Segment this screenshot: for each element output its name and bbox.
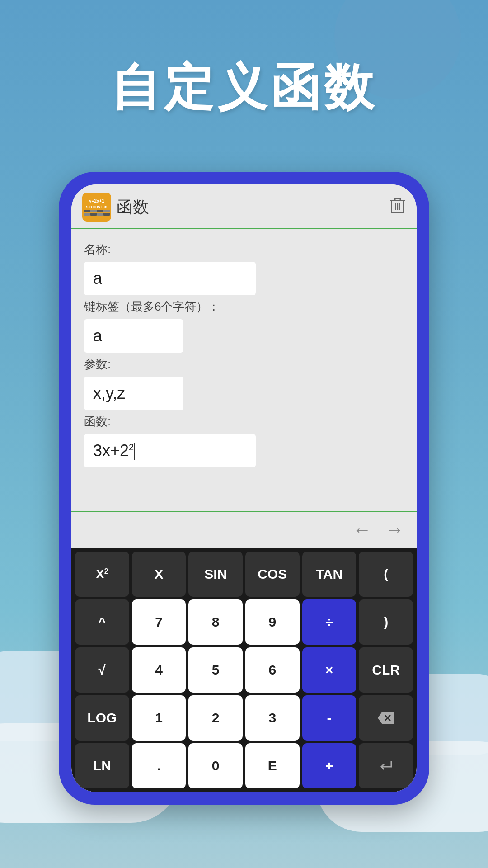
key-clr[interactable]: CLR (359, 647, 413, 693)
key-x[interactable]: X (132, 552, 186, 597)
key-e[interactable]: E (245, 743, 300, 788)
key-cos-label: COS (258, 566, 287, 582)
function-input[interactable]: 3x+22 (84, 434, 256, 467)
app-header: y=2x+1 sin cos tan 函数 (71, 184, 417, 229)
app-icon: y=2x+1 sin cos tan (82, 193, 111, 222)
params-label: 参数: (84, 356, 404, 372)
key--[interactable]: - (302, 695, 357, 741)
key-1[interactable]: 1 (132, 695, 186, 741)
key-4-label: 4 (155, 662, 163, 678)
key-+-label: + (325, 758, 333, 774)
key-ln-label: LN (93, 758, 111, 774)
key-enter[interactable] (359, 743, 413, 788)
key-tan-label: TAN (316, 566, 343, 582)
text-cursor (134, 443, 135, 460)
app-icon-grid (84, 210, 110, 216)
key---label: - (327, 710, 331, 726)
key-label: 键标签（最多6个字符）： (84, 299, 404, 315)
key-x-[interactable]: X2 (75, 552, 129, 597)
key--[interactable]: × (302, 647, 357, 693)
name-input[interactable]: a (84, 262, 256, 295)
key-2[interactable]: 2 (188, 695, 243, 741)
key--[interactable]: . (132, 743, 186, 788)
key--[interactable]: ) (359, 599, 413, 645)
key-5-label: 5 (212, 662, 220, 678)
key-.-label: . (157, 758, 160, 774)
key-log[interactable]: LOG (75, 695, 129, 741)
key-cos[interactable]: COS (245, 552, 300, 597)
key--[interactable]: √ (75, 647, 129, 693)
svg-marker-8 (378, 712, 394, 724)
params-input[interactable]: x,y,z (84, 377, 183, 410)
header-title: 函数 (117, 196, 384, 218)
key--[interactable]: ( (359, 552, 413, 597)
key-sin-label: SIN (204, 566, 227, 582)
key-×-label: × (325, 662, 333, 678)
key-7[interactable]: 7 (132, 599, 186, 645)
key-sin[interactable]: SIN (188, 552, 243, 597)
form-content: 名称: a 键标签（最多6个字符）： a 参数: x,y,z 函数: 3x+22 (71, 229, 417, 511)
key-8-label: 8 (212, 614, 220, 630)
key-÷-label: ÷ (325, 614, 333, 630)
key-x-label: X (154, 566, 163, 582)
nav-left-arrow[interactable]: ← (352, 519, 371, 541)
key--[interactable]: + (302, 743, 357, 788)
key--[interactable]: ^ (75, 599, 129, 645)
key-backspace[interactable] (359, 695, 413, 741)
key-6[interactable]: 6 (245, 647, 300, 693)
phone-screen: y=2x+1 sin cos tan 函数 (71, 184, 417, 792)
app-icon-formula: y=2x+1 (89, 199, 104, 203)
function-label: 函数: (84, 414, 404, 429)
key-(-label: ( (384, 566, 388, 582)
key-3-label: 3 (268, 710, 276, 726)
app-icon-trig: sin cos tan (86, 204, 107, 209)
nav-row: ← → (71, 511, 417, 548)
key-9-label: 9 (268, 614, 276, 630)
key-tan[interactable]: TAN (302, 552, 357, 597)
function-value: 3x+22 (93, 441, 134, 460)
trash-button[interactable] (389, 196, 406, 218)
key-log-label: LOG (87, 710, 117, 726)
calc-keyboard: X2XSINCOSTAN(^789÷)√456×CLRLOG123- LN.0E… (71, 548, 417, 792)
key-^-label: ^ (98, 614, 106, 630)
nav-right-arrow[interactable]: → (385, 519, 404, 541)
key-5[interactable]: 5 (188, 647, 243, 693)
key-0-label: 0 (212, 758, 220, 774)
key-x2-label: X2 (96, 567, 108, 581)
key-9[interactable]: 9 (245, 599, 300, 645)
key-√-label: √ (99, 662, 106, 678)
key-8[interactable]: 8 (188, 599, 243, 645)
key-3[interactable]: 3 (245, 695, 300, 741)
key-0[interactable]: 0 (188, 743, 243, 788)
key-input[interactable]: a (84, 319, 183, 353)
key-1-label: 1 (155, 710, 163, 726)
page-title: 自定义函数 (0, 54, 488, 122)
phone-frame: y=2x+1 sin cos tan 函数 (59, 172, 429, 805)
key-clr-label: CLR (372, 662, 400, 678)
key-6-label: 6 (268, 662, 276, 678)
key-7-label: 7 (155, 614, 163, 630)
key-4[interactable]: 4 (132, 647, 186, 693)
key-e-label: E (268, 758, 277, 774)
key--[interactable]: ÷ (302, 599, 357, 645)
key-)-label: ) (384, 614, 388, 630)
name-label: 名称: (84, 241, 404, 257)
key-2-label: 2 (212, 710, 220, 726)
key-ln[interactable]: LN (75, 743, 129, 788)
